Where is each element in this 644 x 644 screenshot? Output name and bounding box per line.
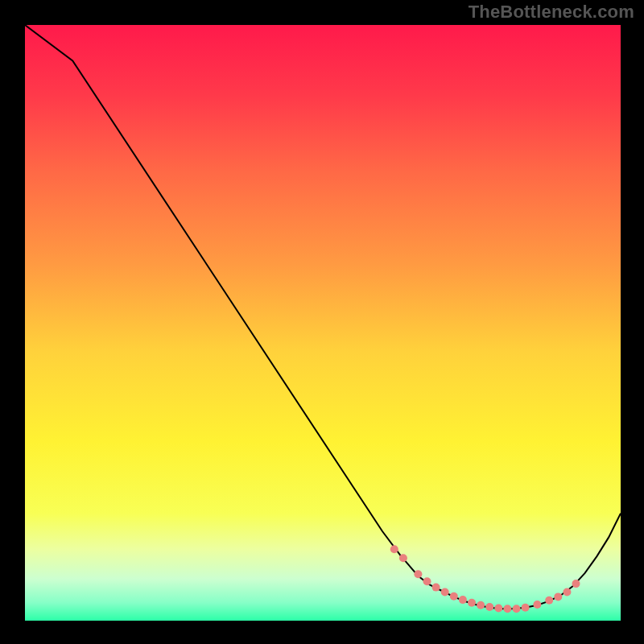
- data-point-marker: [390, 545, 398, 553]
- gradient-rect: [25, 25, 621, 621]
- data-point-marker: [545, 597, 553, 605]
- data-point-marker: [522, 604, 530, 612]
- data-point-marker: [485, 603, 493, 611]
- data-point-marker: [423, 577, 431, 585]
- data-point-marker: [414, 570, 422, 578]
- plot-area: [25, 25, 621, 621]
- data-point-marker: [494, 605, 502, 613]
- data-point-marker: [450, 592, 458, 601]
- data-point-marker: [563, 588, 571, 597]
- data-point-marker: [477, 601, 485, 609]
- data-point-marker: [554, 592, 562, 601]
- data-point-marker: [432, 584, 440, 592]
- chart-svg: [25, 25, 621, 621]
- chart-frame: TheBottleneck.com: [0, 0, 644, 644]
- watermark-text: TheBottleneck.com: [469, 2, 634, 23]
- data-point-marker: [441, 588, 449, 597]
- data-point-marker: [572, 580, 580, 588]
- data-point-marker: [399, 554, 407, 562]
- data-point-marker: [468, 599, 476, 607]
- data-point-marker: [513, 605, 521, 613]
- data-point-marker: [533, 601, 541, 609]
- data-point-marker: [459, 596, 467, 604]
- data-point-marker: [503, 605, 511, 613]
